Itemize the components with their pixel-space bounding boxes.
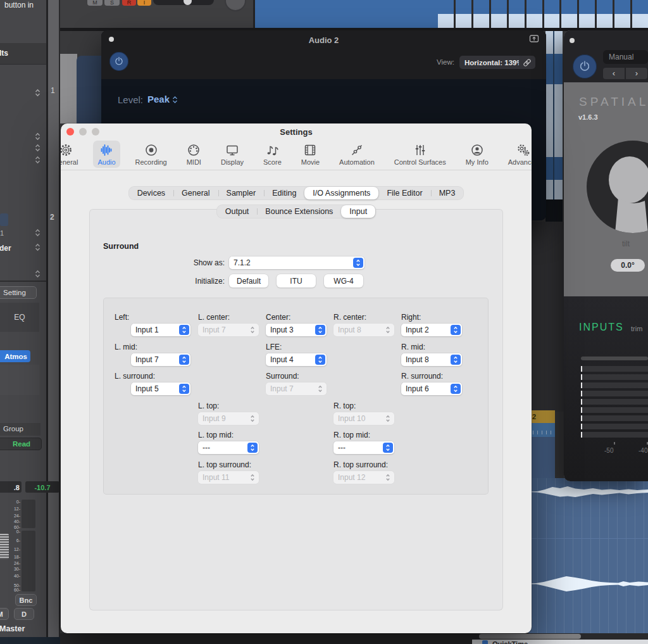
subtab-output[interactable]: Output — [217, 205, 258, 218]
track-mute-button[interactable]: M — [87, 0, 103, 6]
show-as-select[interactable]: 7.1.2 — [229, 256, 364, 269]
mute-button[interactable]: M — [0, 608, 9, 620]
tab-editing[interactable]: Editing — [264, 187, 304, 199]
open-in-window-icon[interactable] — [529, 34, 539, 43]
link-button[interactable] — [519, 56, 535, 69]
input-select[interactable]: Input 9 — [198, 412, 259, 425]
channel-label: L. center: — [198, 313, 259, 322]
volume-value-box[interactable]: .8 — [0, 481, 22, 493]
input-select[interactable]: Input 7 — [131, 353, 190, 366]
toolbar-item-midi[interactable]: MIDI — [182, 141, 206, 168]
plugin-power-button[interactable] — [109, 52, 128, 71]
horizontal-scrollbar[interactable] — [479, 634, 581, 639]
eq-panel[interactable]: EQ — [0, 303, 39, 332]
input-select-value: Input 9 — [198, 412, 247, 425]
gear-icon — [61, 143, 73, 157]
toolbar-item-general[interactable]: General — [61, 141, 82, 168]
channel-label: Left: — [115, 313, 190, 322]
input-select[interactable]: --- — [198, 441, 259, 454]
preset-select[interactable]: Manual — [603, 50, 648, 64]
track-solo-button[interactable]: S — [104, 0, 120, 6]
head-tracking-dial[interactable] — [587, 141, 648, 233]
automation-read-button[interactable]: Read — [0, 438, 42, 450]
initialize-wg4-button[interactable]: WG-4 — [324, 274, 363, 287]
record-enable-button[interactable]: R — [122, 0, 136, 6]
volume-fader-handle[interactable] — [0, 534, 9, 559]
plugin-slot-panel[interactable] — [0, 365, 39, 395]
quicktime-label[interactable]: QuickTime — [492, 640, 528, 644]
subtab-input[interactable]: Input — [341, 205, 375, 218]
tab-general[interactable]: General — [173, 187, 218, 199]
channel-r-top-mid: R. top mid: --- — [333, 431, 394, 454]
track-number-2: 2 — [50, 213, 54, 222]
spatial-header: Manual ‹ › — [564, 30, 648, 82]
tab-file-editor[interactable]: File Editor — [378, 187, 430, 199]
preset-next-button[interactable]: › — [626, 68, 647, 79]
peak-value-box[interactable]: -10.7 — [25, 481, 59, 493]
channel-r-mid: R. mid: Input 8 — [401, 343, 462, 366]
input-select[interactable]: Input 3 — [266, 324, 327, 336]
toolbar-item-my-info[interactable]: My Info — [461, 141, 493, 168]
tab-sampler[interactable]: Sampler — [218, 187, 265, 199]
plugin-power-button[interactable] — [573, 54, 597, 79]
mixer-defaults-row[interactable]: lts — [0, 43, 46, 65]
toolbar-item-audio[interactable]: Audio — [93, 141, 120, 168]
io-assignments-panel: Output Bounce Extensions Input Surround … — [89, 209, 503, 610]
input-select-value: Input 5 — [131, 382, 179, 395]
input-select[interactable]: Input 2 — [401, 324, 462, 336]
input-select[interactable]: Input 1 — [131, 324, 190, 336]
chevron-updown-icon[interactable] — [35, 270, 40, 278]
toolbar-item-advanced[interactable]: Advanced — [504, 141, 532, 168]
toolbar-item-score[interactable]: Score — [259, 141, 286, 168]
toolbar-item-recording[interactable]: Recording — [131, 141, 171, 168]
tilt-value-pill[interactable]: 0.0° — [611, 259, 645, 272]
chevron-updown-icon[interactable] — [35, 156, 40, 164]
window-gap-dark — [545, 199, 563, 222]
trim-slider[interactable] — [581, 357, 648, 360]
group-row[interactable]: Group — [0, 423, 40, 436]
toolbar-item-automation[interactable]: Automation — [335, 141, 379, 168]
initialize-default-button[interactable]: Default — [229, 274, 268, 287]
setting-button[interactable]: Setting — [0, 286, 37, 299]
level-label: Level: — [118, 94, 143, 105]
chevron-updown-icon[interactable] — [35, 89, 40, 97]
input-select[interactable]: Input 7 — [266, 382, 327, 395]
subtab-bounce-extensions[interactable]: Bounce Extensions — [257, 205, 341, 218]
channel-l-top-surround: L. top surround: Input 11 — [198, 460, 259, 484]
tab-io-assignments[interactable]: I/O Assignments — [304, 187, 378, 199]
input-select[interactable]: Input 4 — [266, 353, 327, 366]
atmos-button[interactable]: Atmos — [0, 350, 30, 362]
input-select[interactable]: Input 8 — [333, 324, 394, 336]
preset-prev-button[interactable]: ‹ — [603, 68, 625, 79]
toolbar-item-movie[interactable]: Movie — [297, 141, 324, 168]
input-select[interactable]: Input 7 — [198, 324, 259, 336]
input-select[interactable]: Input 11 — [198, 471, 259, 484]
dim-button[interactable]: D — [14, 608, 34, 620]
view-label: View: — [437, 58, 454, 66]
close-icon[interactable] — [570, 38, 575, 43]
input-select-value: Input 7 — [198, 324, 247, 336]
bounce-button[interactable]: Bnc — [15, 594, 37, 606]
input-select[interactable]: Input 6 — [401, 382, 462, 395]
settings-window: Settings General Audio Recording MIDI — [61, 123, 532, 633]
input-select[interactable]: Input 5 — [131, 382, 190, 395]
stepper-icon — [353, 258, 363, 268]
chevron-updown-icon[interactable] — [35, 144, 40, 152]
input-select[interactable]: --- — [333, 441, 394, 454]
tab-devices[interactable]: Devices — [129, 187, 173, 199]
initialize-itu-button[interactable]: ITU — [277, 274, 316, 287]
toolbar-item-control-surfaces[interactable]: Control Surfaces — [390, 141, 451, 168]
input-select[interactable]: Input 10 — [333, 412, 394, 425]
region-name-bar[interactable]: 2 — [528, 410, 555, 423]
input-select[interactable]: Input 12 — [333, 471, 394, 484]
chevron-updown-icon[interactable] — [35, 132, 40, 141]
input-monitor-button[interactable]: I — [137, 0, 151, 6]
chevron-updown-icon[interactable] — [35, 243, 40, 251]
input-select[interactable]: Input 8 — [401, 353, 462, 366]
chevron-updown-icon[interactable] — [35, 229, 40, 237]
settings-titlebar[interactable]: Settings — [61, 123, 532, 141]
level-mode-value[interactable]: Peak — [147, 94, 170, 104]
mixer-row-number: 1 — [0, 229, 4, 237]
tab-mp3[interactable]: MP3 — [431, 187, 464, 199]
toolbar-item-display[interactable]: Display — [216, 141, 248, 168]
